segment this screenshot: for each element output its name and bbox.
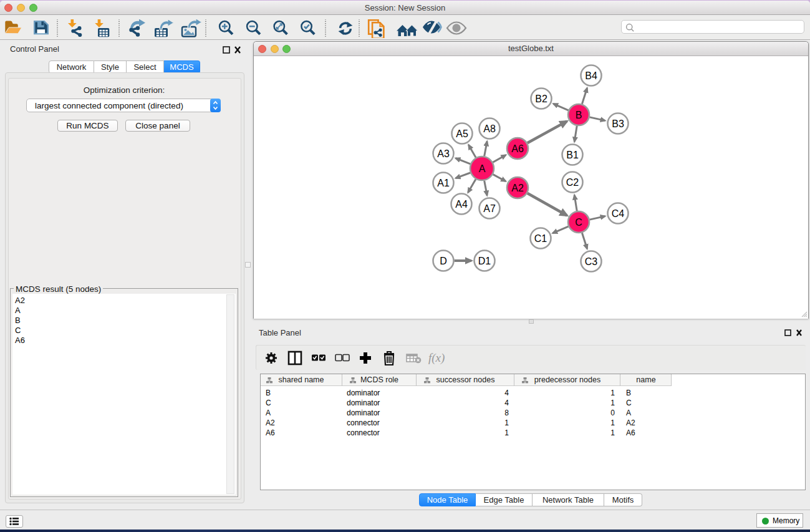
svg-text:A7: A7	[483, 203, 496, 214]
svg-text:B: B	[576, 110, 582, 120]
svg-text:A3: A3	[437, 148, 450, 159]
svg-text:A4: A4	[455, 199, 468, 210]
svg-text:D1: D1	[478, 256, 491, 266]
svg-text:B4: B4	[585, 70, 597, 81]
svg-text:f(x): f(x)	[428, 351, 445, 365]
svg-text:C1: C1	[534, 233, 547, 244]
svg-text:C2: C2	[566, 177, 579, 188]
svg-text:B1: B1	[566, 150, 579, 160]
svg-text:D: D	[440, 256, 447, 266]
svg-text:A8: A8	[483, 123, 496, 134]
svg-text:A6: A6	[511, 143, 524, 154]
svg-text:B2: B2	[535, 94, 547, 104]
svg-text:C: C	[575, 217, 582, 228]
svg-text:A: A	[479, 163, 486, 174]
svg-text:B3: B3	[612, 118, 624, 129]
svg-text:A5: A5	[456, 128, 468, 139]
svg-text:A2: A2	[511, 183, 524, 193]
svg-text:A1: A1	[437, 178, 450, 188]
svg-text:C3: C3	[585, 256, 598, 267]
svg-text:C4: C4	[612, 208, 625, 219]
